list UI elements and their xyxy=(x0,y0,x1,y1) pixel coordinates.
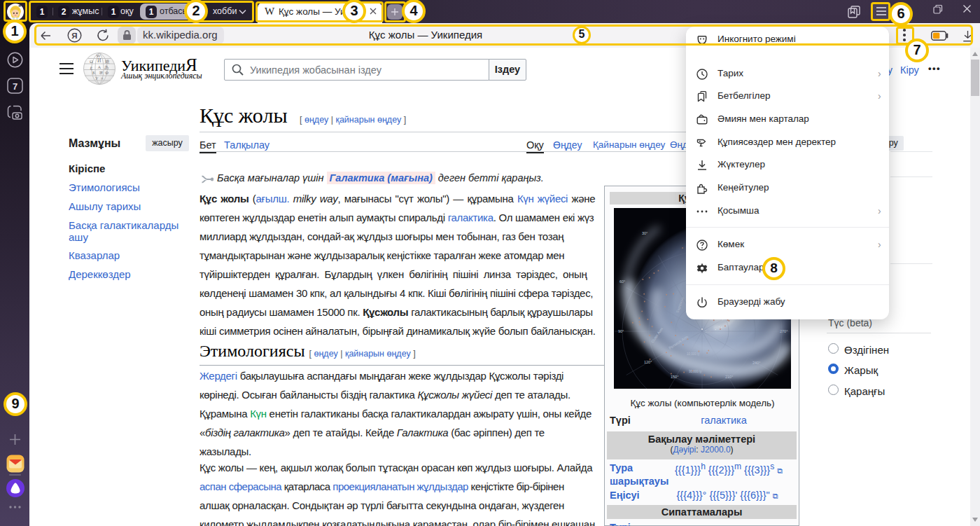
svg-text:120°: 120° xyxy=(644,360,652,364)
svg-text:Sun: Sun xyxy=(705,329,711,333)
svg-text:ה: ה xyxy=(101,76,104,81)
svg-text:Ω: Ω xyxy=(90,59,93,64)
svg-text:90°: 90° xyxy=(618,329,624,333)
svg-text:Ф: Ф xyxy=(105,70,108,75)
svg-text:A: A xyxy=(98,64,102,69)
svg-text:И: И xyxy=(97,57,102,64)
svg-text:210°: 210° xyxy=(725,375,733,379)
svg-text:Б: Б xyxy=(92,70,95,75)
svg-text:ع: ع xyxy=(90,64,93,70)
svg-text:150°: 150° xyxy=(671,375,678,379)
svg-text:10,000 ly: 10,000 ly xyxy=(687,352,700,356)
svg-text:60°: 60° xyxy=(620,279,625,284)
svg-text:あ: あ xyxy=(104,64,109,70)
svg-text:30°: 30° xyxy=(642,231,648,235)
svg-text:क: क xyxy=(99,70,103,75)
svg-text:270°: 270° xyxy=(780,329,788,333)
svg-text:維: 維 xyxy=(104,59,110,64)
svg-text:7: 7 xyxy=(13,81,18,92)
svg-text:240°: 240° xyxy=(752,361,760,365)
svg-text:30,000 ly: 30,000 ly xyxy=(689,370,702,373)
